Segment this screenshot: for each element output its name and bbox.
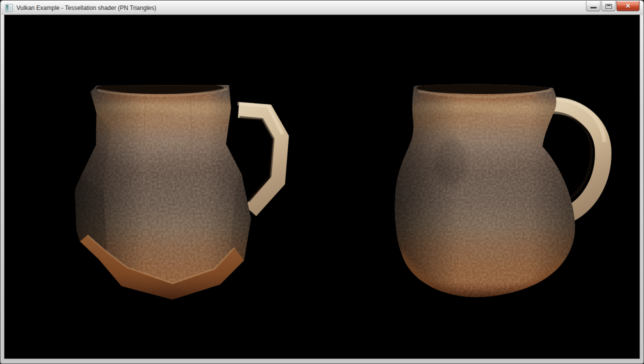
scene-svg	[4, 15, 640, 358]
jug-left-surface	[72, 80, 267, 305]
jug-right-opening	[416, 82, 550, 94]
app-icon-lines	[10, 6, 12, 8]
minimize-button[interactable]	[586, 1, 600, 11]
minimize-icon	[590, 7, 596, 8]
maximize-button[interactable]	[602, 1, 616, 11]
app-icon[interactable]	[5, 4, 13, 12]
jug-right-smooth	[390, 80, 604, 315]
jug-left-faceted	[72, 80, 282, 305]
app-icon-accent	[6, 5, 8, 11]
jug-right-surface	[390, 80, 584, 315]
render-viewport[interactable]	[4, 14, 640, 359]
app-window: Vulkan Example - Tessellation shader (PN…	[0, 0, 644, 364]
window-controls: ✕	[586, 1, 640, 11]
close-icon: ✕	[626, 3, 630, 9]
titlebar[interactable]: Vulkan Example - Tessellation shader (PN…	[1, 1, 643, 15]
maximize-icon	[606, 4, 612, 9]
close-button[interactable]: ✕	[616, 1, 640, 11]
window-title: Vulkan Example - Tessellation shader (PN…	[16, 4, 156, 12]
